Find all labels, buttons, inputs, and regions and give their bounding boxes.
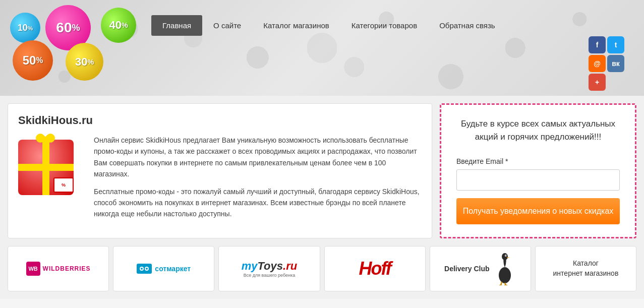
nav-contact[interactable]: Обратная связь [428,15,506,36]
description-paragraph-2: Бесплатные промо-коды - это пожалуй самы… [94,186,422,220]
twitter-icon[interactable]: t [607,36,624,53]
vkontakte-icon[interactable]: вк [607,55,624,72]
sot-circles [140,267,149,271]
svg-line-4 [501,282,502,285]
catalog-logo: Каталог интернет магазинов [553,259,619,278]
sot-text: сотмаркет [155,265,191,273]
left-panel: SkidkiHous.ru % Онлайн сервис SkidkiHous… [8,103,432,238]
discount-badges: 60% 10% 40% 50% 30% [5,5,151,91]
newsletter-panel: Будьте в курсе всех самых актуальных акц… [440,103,636,238]
mytoys-text: myToys.ru [242,260,297,273]
description-paragraph-1: Онлайн сервис SkidkiHous предлагает Вам … [94,135,422,180]
shops-bar: WB WILDBERRIES сотмаркет myToys.ru Все д… [0,246,644,299]
mytoys-subtitle: Все для вашего ребенка [242,273,297,278]
mytoys-logo: myToys.ru Все для вашего ребенка [242,260,297,278]
social-icons: f t @ вк + [589,36,639,91]
badge-40: 40% [101,8,136,43]
shop-card-delivery-club[interactable]: Delivery Club [430,246,531,291]
gift-image: % [18,135,84,205]
catalog-line-1: Каталог [553,259,619,269]
shop-card-catalog[interactable]: Каталог интернет магазинов [535,246,636,291]
ribbon-vertical [42,140,49,195]
content-row: % Онлайн сервис SkidkiHous предлагает Ва… [18,135,422,226]
nav-about[interactable]: О сайте [202,15,252,36]
navigation: Главная О сайте Каталог магазинов Катего… [151,15,644,36]
nav-catalog[interactable]: Каталог магазинов [252,15,340,36]
wb-icon: WB [26,262,40,276]
gift-bow [36,134,56,146]
shop-card-sotmarket[interactable]: сотмаркет [113,246,214,291]
delivery-club-logo: Delivery Club [444,253,516,285]
sotmarket-logo: сотмаркет [137,264,191,274]
gift-tag: % [53,177,74,193]
catalog-line-2: интернет магазинов [553,269,619,279]
svg-point-1 [502,253,508,260]
email-label: Введите Email * [456,157,508,165]
subscribe-button[interactable]: Получать уведомления о новых скидках [456,198,620,224]
nav-home[interactable]: Главная [151,15,202,36]
wildberries-logo: WB WILDBERRIES [26,262,91,276]
newsletter-title: Будьте в курсе всех самых актуальных акц… [456,117,620,143]
facebook-icon[interactable]: f [589,36,606,53]
shop-card-mytoys[interactable]: myToys.ru Все для вашего ребенка [218,246,320,291]
sot-circle-1 [140,267,144,271]
wb-text: WILDBERRIES [43,265,91,272]
gift-box: % [18,140,74,195]
svg-point-0 [499,267,511,283]
ostrich-icon [494,253,516,285]
badge-30: 30% [66,43,103,81]
badge-10: 10% [10,13,40,43]
description-text: Онлайн сервис SkidkiHous предлагает Вам … [94,135,422,226]
shop-card-wildberries[interactable]: WB WILDBERRIES [8,246,109,291]
shop-card-hoff[interactable]: Hoff [324,246,426,291]
site-title: SkidkiHous.ru [18,114,422,127]
email-icon[interactable]: @ [589,55,606,72]
svg-point-3 [505,255,506,256]
badge-50: 50% [13,40,53,81]
header-banner: 60% 10% 40% 50% 30% Главная О сайте Ката… [0,0,644,96]
sot-circle-2 [145,267,149,271]
main-content: SkidkiHous.ru % Онлайн сервис SkidkiHous… [0,96,644,246]
delivery-club-text: Delivery Club [444,265,489,273]
email-input[interactable] [456,169,620,191]
nav-categories[interactable]: Категории товаров [340,15,428,36]
google-plus-icon[interactable]: + [589,74,606,91]
hoff-logo: Hoff [359,258,390,279]
sot-icon [137,264,152,274]
